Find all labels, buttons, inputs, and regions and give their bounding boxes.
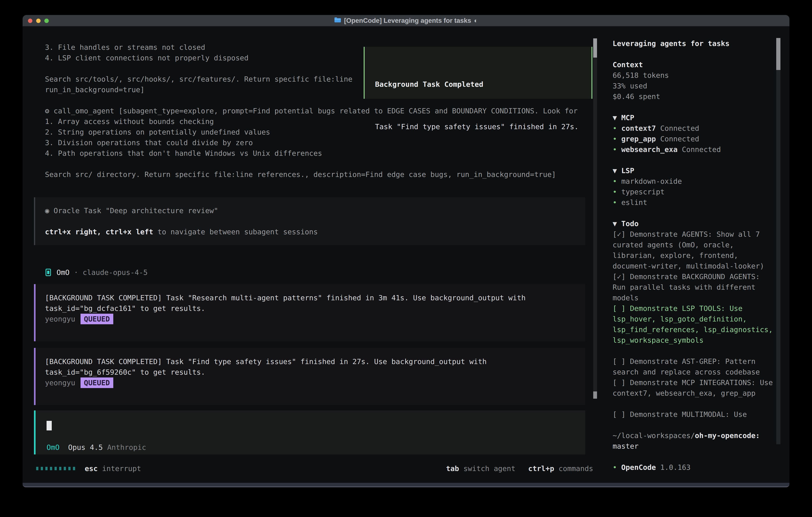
- title-bar[interactable]: [OpenCode] Leveraging agents for tasks ◐: [23, 15, 789, 26]
- context-heading: Context: [613, 59, 776, 70]
- session-title: Leveraging agents for tasks: [613, 38, 776, 49]
- keyboard-hint-keys: ctrl+x right, ctrl+x left: [45, 228, 153, 236]
- context-spent: $0.46 spent: [613, 91, 776, 102]
- terminal-line-blank: [45, 159, 602, 169]
- sidebar-scrollbar[interactable]: [776, 38, 780, 444]
- todo-item-pending: [ ] Demonstrate MULTIMODAL: Use: [613, 409, 776, 419]
- status-badge: QUEUED: [81, 377, 113, 388]
- window-bottom-edge: [23, 483, 789, 487]
- task-author: yeongyu: [45, 377, 75, 388]
- ctrlp-keycap: ctrl+p: [528, 463, 554, 474]
- version-line: • OpenCode 1.0.163: [613, 462, 776, 472]
- scrollbar-thumb[interactable]: [776, 38, 780, 70]
- task-author: yeongyu: [45, 314, 75, 324]
- tab-key-label: switch agent: [463, 463, 515, 474]
- workspace-path: ~/local-workspaces/oh-my-opencode: maste…: [613, 430, 776, 452]
- scrollbar-thumb[interactable]: [593, 391, 597, 399]
- window-title: [OpenCode] Leveraging agents for tasks: [344, 17, 471, 24]
- context-tokens: 66,518 tokens: [613, 70, 776, 81]
- green-dot-icon: •: [613, 135, 617, 143]
- mcp-item: • grep_app Connected: [613, 134, 776, 144]
- task-message-text: [BACKGROUND TASK COMPLETED] Task "Find t…: [45, 356, 541, 377]
- lsp-item: • eslint: [613, 197, 776, 208]
- status-badge: QUEUED: [81, 314, 113, 324]
- green-dot-icon: •: [613, 124, 617, 132]
- toast-body: Task "Find type safety issues" finished …: [375, 121, 591, 132]
- ctrlp-key-label: commands: [559, 463, 593, 474]
- scrollbar-thumb[interactable]: [593, 38, 597, 58]
- task-message-text: [BACKGROUND TASK COMPLETED] Task "Resear…: [45, 293, 541, 314]
- lsp-section-header[interactable]: ▼ LSP: [613, 165, 776, 176]
- tab-keycap: tab: [446, 463, 459, 474]
- green-dot-icon: •: [613, 198, 617, 207]
- input-agent-name[interactable]: OmO: [47, 442, 60, 453]
- chevron-down-icon[interactable]: ▼: [613, 219, 617, 228]
- todo-item-pending: [ ] Demonstrate AST-GREP: Pattern search…: [613, 356, 776, 377]
- spinner-dots-icon: [36, 467, 75, 470]
- todo-item-active: [ ] Demonstrate LSP TOOLS: Use lsp_hover…: [613, 303, 776, 346]
- app-version: 1.0.163: [656, 463, 691, 471]
- background-task-message[interactable]: [BACKGROUND TASK COMPLETED] Task "Find t…: [34, 348, 585, 405]
- oracle-task-panel[interactable]: ◉ Oracle Task "Deep architecture review"…: [34, 197, 585, 245]
- gear-icon: ⚙: [45, 107, 49, 115]
- zoom-button[interactable]: [45, 19, 49, 23]
- todo-item-done: [✓] Demonstrate AGENTS: Show all 7 curat…: [613, 229, 776, 271]
- mcp-item: • websearch_exa Connected: [613, 144, 776, 155]
- traffic-lights: [28, 15, 49, 26]
- todo-item-done: [✓] Demonstrate BACKGROUND AGENTS: Run p…: [613, 271, 776, 303]
- mcp-section-header[interactable]: ▼ MCP: [613, 112, 776, 123]
- input-provider-name: Anthropic: [107, 442, 146, 453]
- omo-agent-icon: [46, 269, 51, 276]
- background-task-message[interactable]: [BACKGROUND TASK COMPLETED] Task "Resear…: [34, 284, 585, 341]
- close-button[interactable]: [28, 19, 32, 23]
- chevron-down-icon[interactable]: ▼: [613, 166, 617, 175]
- prompt-input[interactable]: OmO Opus 4.5 Anthropic: [34, 410, 585, 455]
- app-name: OpenCode: [617, 463, 656, 471]
- status-bar: esc interrupt tab switch agent ctrl+p co…: [36, 463, 593, 474]
- text-cursor: [47, 421, 52, 430]
- todo-section-header[interactable]: ▼ Todo: [613, 218, 776, 229]
- chat-main-area: 3. File handles or streams not closed 4.…: [23, 27, 602, 483]
- green-dot-icon: •: [613, 177, 617, 185]
- agent-name: OmO: [57, 267, 69, 278]
- minimize-button[interactable]: [36, 19, 40, 23]
- agent-header: OmO · claude-opus-4-5: [46, 267, 602, 278]
- input-model-name[interactable]: Opus 4.5: [68, 442, 103, 453]
- esc-keycap: esc: [85, 463, 98, 474]
- session-sidebar: Leveraging agents for tasks Context 66,5…: [602, 27, 789, 483]
- green-dot-icon: •: [613, 463, 617, 471]
- oracle-task-title: Oracle Task "Deep architecture review": [49, 207, 218, 215]
- mcp-item: • context7 Connected: [613, 123, 776, 134]
- keyboard-hint-label: to navigate between subagent sessions: [153, 228, 318, 236]
- lsp-item: • typescript: [613, 187, 776, 197]
- folder-icon: [334, 17, 341, 24]
- terminal-window: [OpenCode] Leveraging agents for tasks ◐…: [23, 15, 789, 487]
- tool-call-tail: Search src/ directory. Return specific f…: [45, 169, 602, 180]
- todo-item-pending: [ ] Demonstrate MCP INTEGRATIONS: Use co…: [613, 377, 776, 399]
- chevron-down-icon[interactable]: ▼: [613, 113, 617, 122]
- separator-dot: ·: [74, 267, 78, 278]
- main-scrollbar[interactable]: [593, 38, 597, 399]
- lsp-item: • markdown-oxide: [613, 176, 776, 187]
- modified-indicator-icon: ◐: [474, 17, 478, 24]
- context-used: 33% used: [613, 81, 776, 91]
- green-dot-icon: •: [613, 145, 617, 154]
- record-icon: ◉: [45, 207, 49, 215]
- background-task-toast[interactable]: Background Task Completed Task "Find typ…: [364, 47, 592, 99]
- toast-title: Background Task Completed: [375, 79, 591, 89]
- esc-key-label: interrupt: [102, 463, 141, 474]
- green-dot-icon: •: [613, 188, 617, 196]
- agent-model: claude-opus-4-5: [83, 267, 148, 278]
